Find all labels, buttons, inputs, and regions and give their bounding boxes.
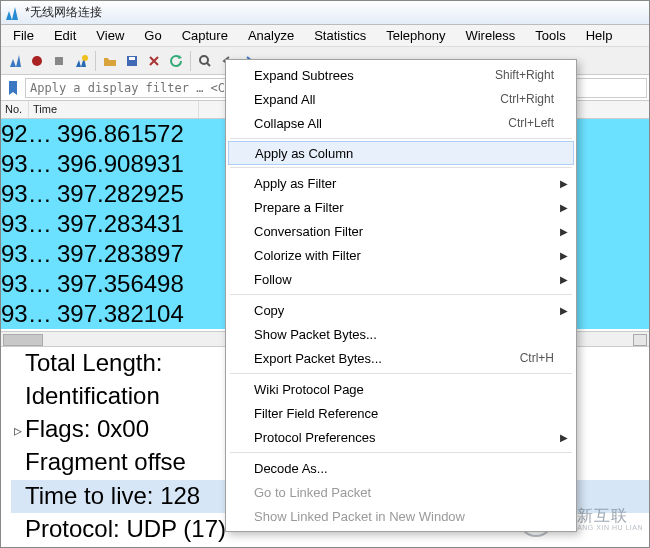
- packet-time: 397.283431: [51, 209, 206, 239]
- menu-separator: [230, 452, 572, 453]
- expand-icon[interactable]: ▹: [11, 415, 25, 446]
- menu-item-wiki-protocol-page[interactable]: Wiki Protocol Page: [226, 377, 576, 401]
- menu-item-filter-field-reference[interactable]: Filter Field Reference: [226, 401, 576, 425]
- packet-no: 93…: [1, 149, 51, 179]
- menu-statistics[interactable]: Statistics: [304, 26, 376, 45]
- menu-item-label: Expand Subtrees: [254, 68, 495, 83]
- menu-item-apply-as-column[interactable]: Apply as Column: [228, 141, 574, 165]
- menu-item-protocol-preferences[interactable]: Protocol Preferences▶: [226, 425, 576, 449]
- menu-item-colorize-with-filter[interactable]: Colorize with Filter▶: [226, 243, 576, 267]
- close-icon[interactable]: [144, 51, 164, 71]
- menu-item-apply-as-filter[interactable]: Apply as Filter▶: [226, 171, 576, 195]
- menu-file[interactable]: File: [3, 26, 44, 45]
- menu-item-show-packet-bytes[interactable]: Show Packet Bytes...: [226, 322, 576, 346]
- menu-item-label: Export Packet Bytes...: [254, 351, 520, 366]
- scrollbar-thumb[interactable]: [3, 334, 43, 346]
- toolbar-separator: [95, 51, 96, 71]
- save-icon[interactable]: [122, 51, 142, 71]
- menu-item-label: Protocol Preferences: [254, 430, 554, 445]
- expand-icon[interactable]: [11, 515, 25, 546]
- menu-item-label: Show Linked Packet in New Window: [254, 509, 554, 524]
- menu-item-prepare-a-filter[interactable]: Prepare a Filter▶: [226, 195, 576, 219]
- svg-point-0: [32, 56, 42, 66]
- menu-capture[interactable]: Capture: [172, 26, 238, 45]
- packet-no: 93…: [1, 299, 51, 329]
- submenu-arrow-icon: ▶: [560, 432, 568, 443]
- start-capture-icon[interactable]: [5, 51, 25, 71]
- menu-item-accel: Ctrl+Right: [500, 92, 554, 106]
- submenu-arrow-icon: ▶: [560, 226, 568, 237]
- menu-item-label: Follow: [254, 272, 554, 287]
- menu-item-collapse-all[interactable]: Collapse AllCtrl+Left: [226, 111, 576, 135]
- menu-item-decode-as[interactable]: Decode As...: [226, 456, 576, 480]
- menu-edit[interactable]: Edit: [44, 26, 86, 45]
- menu-view[interactable]: View: [86, 26, 134, 45]
- menu-item-label: Apply as Filter: [254, 176, 554, 191]
- detail-text: Fragment offse: [25, 448, 186, 475]
- detail-text: Identification: [25, 382, 160, 409]
- stop-capture-icon[interactable]: [27, 51, 47, 71]
- packet-time: 397.283897: [51, 239, 206, 269]
- menu-separator: [230, 294, 572, 295]
- expand-icon[interactable]: [11, 482, 25, 513]
- menu-go[interactable]: Go: [134, 26, 171, 45]
- menu-item-label: Expand All: [254, 92, 500, 107]
- packet-time: 397.282925: [51, 179, 206, 209]
- menu-tools[interactable]: Tools: [525, 26, 575, 45]
- menu-item-label: Decode As...: [254, 461, 554, 476]
- detail-text: Time to live: 128: [25, 482, 200, 509]
- scrollbar-right-arrow[interactable]: [633, 334, 647, 346]
- menu-item-accel: Ctrl+H: [520, 351, 554, 365]
- menu-item-label: Show Packet Bytes...: [254, 327, 554, 342]
- bookmark-icon[interactable]: [3, 78, 23, 98]
- menu-item-label: Collapse All: [254, 116, 508, 131]
- detail-text: Total Length:: [25, 349, 162, 376]
- menu-item-show-linked-packet-in-new-window: Show Linked Packet in New Window: [226, 504, 576, 528]
- menu-item-label: Prepare a Filter: [254, 200, 554, 215]
- open-icon[interactable]: [100, 51, 120, 71]
- packet-time: 397.382104: [51, 299, 206, 329]
- menu-item-label: Go to Linked Packet: [254, 485, 554, 500]
- submenu-arrow-icon: ▶: [560, 250, 568, 261]
- column-header-time[interactable]: Time: [29, 101, 199, 118]
- svg-rect-1: [55, 57, 63, 65]
- packet-time: 396.861572: [51, 119, 206, 149]
- expand-icon[interactable]: [11, 449, 25, 480]
- menu-bar: File Edit View Go Capture Analyze Statis…: [1, 25, 649, 47]
- menu-telephony[interactable]: Telephony: [376, 26, 455, 45]
- svg-point-5: [200, 56, 208, 64]
- menu-item-go-to-linked-packet: Go to Linked Packet: [226, 480, 576, 504]
- menu-item-label: Conversation Filter: [254, 224, 554, 239]
- capture-options-icon[interactable]: [71, 51, 91, 71]
- expand-icon[interactable]: [11, 382, 25, 413]
- packet-time: 397.356498: [51, 269, 206, 299]
- submenu-arrow-icon: ▶: [560, 274, 568, 285]
- restart-capture-icon[interactable]: [49, 51, 69, 71]
- packet-no: 93…: [1, 179, 51, 209]
- window-title: *无线网络连接: [25, 4, 102, 21]
- column-header-no[interactable]: No.: [1, 101, 29, 118]
- packet-no: 93…: [1, 209, 51, 239]
- menu-item-accel: Ctrl+Left: [508, 116, 554, 130]
- menu-item-export-packet-bytes[interactable]: Export Packet Bytes...Ctrl+H: [226, 346, 576, 370]
- reload-icon[interactable]: [166, 51, 186, 71]
- find-icon[interactable]: [195, 51, 215, 71]
- detail-text: Protocol: UDP (17): [25, 515, 226, 542]
- toolbar-separator: [190, 51, 191, 71]
- menu-item-label: Copy: [254, 303, 554, 318]
- menu-help[interactable]: Help: [576, 26, 623, 45]
- submenu-arrow-icon: ▶: [560, 202, 568, 213]
- menu-item-expand-all[interactable]: Expand AllCtrl+Right: [226, 87, 576, 111]
- menu-analyze[interactable]: Analyze: [238, 26, 304, 45]
- app-icon: [5, 5, 21, 21]
- expand-icon[interactable]: [11, 349, 25, 380]
- menu-item-conversation-filter[interactable]: Conversation Filter▶: [226, 219, 576, 243]
- packet-no: 93…: [1, 239, 51, 269]
- menu-item-label: Colorize with Filter: [254, 248, 554, 263]
- menu-item-expand-subtrees[interactable]: Expand SubtreesShift+Right: [226, 63, 576, 87]
- title-bar: *无线网络连接: [1, 1, 649, 25]
- menu-item-copy[interactable]: Copy▶: [226, 298, 576, 322]
- menu-wireless[interactable]: Wireless: [455, 26, 525, 45]
- svg-rect-4: [129, 57, 135, 60]
- menu-item-follow[interactable]: Follow▶: [226, 267, 576, 291]
